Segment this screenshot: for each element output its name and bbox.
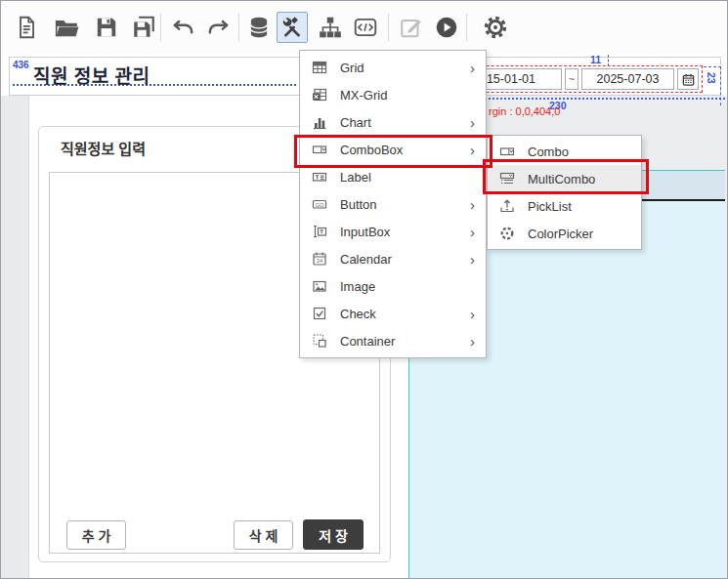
submenu-arrow-icon: › [470, 252, 475, 267]
settings-gear-icon[interactable] [480, 12, 511, 43]
save-icon[interactable] [91, 12, 122, 43]
save-button[interactable]: 저 장 [303, 519, 364, 550]
submenu-item-multicombo[interactable]: MultiCombo [488, 165, 641, 192]
image-icon [311, 278, 327, 295]
menu-item-grid[interactable]: Grid› [300, 54, 486, 81]
new-document-icon[interactable] [11, 12, 42, 43]
title-ref-number: 436 [13, 60, 29, 70]
annotation-tick [608, 55, 609, 66]
menu-item-chart[interactable]: Chart› [300, 108, 486, 136]
delete-button[interactable]: 삭 제 [234, 520, 293, 550]
toolbar [1, 1, 727, 55]
toolbar-divider [238, 14, 239, 41]
submenu-item-combo[interactable]: Combo [488, 138, 641, 165]
width-annotation-11: 11 [590, 54, 601, 65]
run-icon[interactable] [431, 12, 462, 43]
toolbar-divider [388, 14, 389, 41]
designer-window: 436 직원 정보 관리 2015-01-01 ~ 2025-07-03 11 … [0, 0, 728, 579]
date-range-separator: ~ [565, 68, 578, 90]
submenu-arrow-icon: › [470, 61, 475, 75]
combo-icon [498, 144, 515, 160]
chart-icon [311, 114, 327, 131]
database-icon[interactable] [243, 12, 275, 43]
menu-item-calendar[interactable]: Calendar› [300, 245, 486, 272]
submenu-item-colorpicker[interactable]: ColorPicker [488, 220, 641, 247]
calendar-icon [681, 72, 696, 87]
grid-icon [311, 60, 327, 76]
save-all-icon[interactable] [128, 12, 159, 43]
annotation-bracket-top [704, 66, 721, 67]
component-menu: Grid› MX-Grid Chart› ComboBox› Label But… [299, 50, 487, 358]
toolbar-divider [466, 14, 467, 41]
open-folder-icon[interactable] [51, 12, 82, 43]
menu-item-label[interactable]: Label [300, 163, 486, 190]
container-icon [311, 333, 327, 350]
source-code-icon[interactable] [350, 12, 381, 43]
multicombo-icon [498, 171, 515, 187]
submenu-arrow-icon: › [470, 225, 475, 239]
combobox-submenu: Combo MultiCombo PickList ColorPicker [487, 135, 642, 250]
colorpicker-icon [498, 226, 515, 242]
menu-item-container[interactable]: Container› [300, 327, 486, 354]
picklist-icon [498, 198, 515, 215]
page-title: 직원 정보 관리 [33, 62, 150, 88]
inputbox-icon [311, 224, 327, 240]
toolbar-divider [160, 14, 161, 41]
annotation-bracket-right [720, 66, 721, 105]
menu-item-combobox[interactable]: ComboBox› [300, 136, 486, 163]
menu-item-inputbox[interactable]: InputBox› [300, 218, 486, 245]
combobox-icon [311, 142, 327, 158]
label-icon [311, 169, 327, 186]
edit-icon[interactable] [396, 12, 427, 43]
mx-grid-icon [311, 87, 327, 103]
menu-item-button[interactable]: Button› [300, 190, 486, 218]
calendar-icon [311, 251, 327, 268]
undo-icon[interactable] [168, 12, 199, 43]
menu-item-mx-grid[interactable]: MX-Grid [300, 81, 486, 108]
submenu-arrow-icon: › [470, 197, 475, 212]
canvas-left-margin [1, 96, 29, 578]
submenu-item-picklist[interactable]: PickList [488, 192, 641, 220]
submenu-arrow-icon: › [470, 143, 475, 157]
submenu-arrow-icon: › [470, 115, 475, 130]
design-tools-icon[interactable] [277, 12, 308, 43]
submenu-arrow-icon: › [470, 334, 475, 349]
add-button[interactable]: 추 가 [66, 520, 126, 550]
hierarchy-icon[interactable] [315, 12, 346, 43]
end-date-field[interactable]: 2025-07-03 [581, 68, 674, 90]
button-icon [311, 196, 327, 213]
form-panel-title: 직원정보 입력 [61, 138, 146, 158]
height-annotation-23: 23 [706, 72, 717, 84]
check-icon [311, 306, 327, 322]
redo-icon[interactable] [202, 12, 234, 43]
menu-item-image[interactable]: Image [300, 272, 486, 300]
submenu-arrow-icon: › [470, 307, 475, 321]
menu-item-check[interactable]: Check› [300, 300, 486, 327]
calendar-button[interactable] [677, 68, 699, 90]
margin-annotation: rgin : 0,0,404,0 [489, 105, 560, 117]
